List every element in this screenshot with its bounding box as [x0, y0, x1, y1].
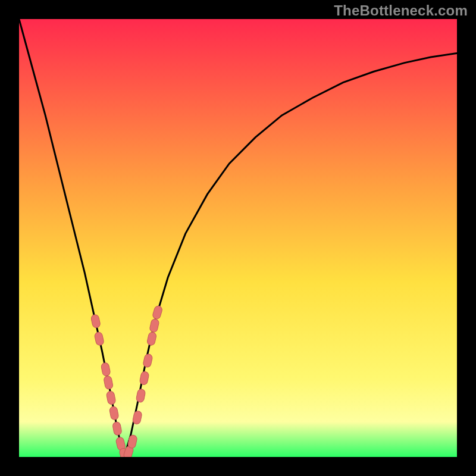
watermark-text: TheBottleneck.com	[334, 2, 468, 19]
chart-frame: TheBottleneck.com	[0, 0, 476, 476]
gradient-background	[19, 19, 457, 457]
bottleneck-chart	[19, 19, 457, 457]
